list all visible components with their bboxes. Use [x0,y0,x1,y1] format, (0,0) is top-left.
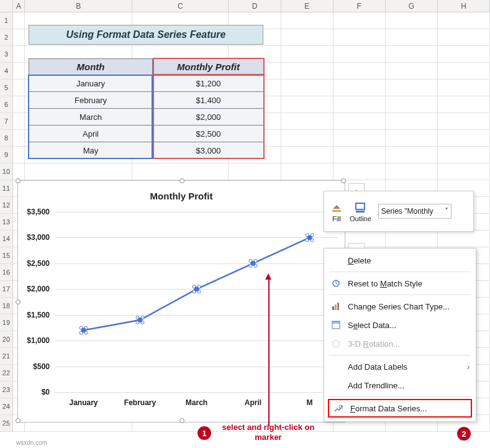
row-6[interactable]: 6 [0,96,13,112]
cell[interactable] [438,96,490,112]
cell[interactable] [438,29,490,45]
ctx-change-type[interactable]: Change Series Chart Type... [324,297,476,316]
chart-handle-s[interactable] [179,418,184,423]
ctx-delete[interactable]: Delete [324,251,476,270]
table-cell-profit[interactable]: $3,000 [153,142,264,159]
cell[interactable] [333,147,386,163]
cell[interactable] [281,12,333,29]
cell[interactable] [333,80,386,96]
cell[interactable] [438,231,490,247]
row-23[interactable]: 23 [0,382,13,398]
cell[interactable] [333,29,386,45]
ctx-reset[interactable]: Reset to Match Style [324,274,476,293]
cell[interactable] [333,63,386,79]
row-24[interactable]: 24 [0,398,13,414]
col-C[interactable]: C [132,0,229,12]
row-20[interactable]: 20 [0,331,13,347]
cell[interactable] [438,163,490,180]
row-1[interactable]: 1 [0,12,13,29]
cell[interactable] [132,163,229,180]
fill-button[interactable]: Fill [328,199,345,224]
cell[interactable] [281,113,333,129]
chart-handle-nw[interactable] [16,178,20,183]
cell[interactable] [281,96,333,112]
cell[interactable] [386,12,438,29]
row-17[interactable]: 17 [0,281,13,297]
cell[interactable] [13,96,25,112]
ctx-add-trendline[interactable]: Add Trendline... [324,376,476,395]
cell[interactable] [438,63,490,79]
table-header-profit[interactable]: Monthly Profit [153,58,264,75]
cell[interactable] [281,163,333,180]
col-H[interactable]: H [438,0,490,12]
row-10[interactable]: 10 [0,163,13,180]
col-B[interactable]: B [25,0,132,12]
cell[interactable] [333,46,386,62]
cell[interactable] [13,80,25,96]
row-13[interactable]: 13 [0,214,13,230]
table-cell-month[interactable]: April [29,126,153,142]
cell[interactable] [386,113,438,129]
col-D[interactable]: D [229,0,281,12]
row-12[interactable]: 12 [0,197,13,213]
col-F[interactable]: F [333,0,386,12]
row-21[interactable]: 21 [0,348,13,364]
cell[interactable] [386,130,438,146]
cell[interactable] [281,130,333,146]
row-4[interactable]: 4 [0,63,13,79]
row-15[interactable]: 15 [0,247,13,263]
cell[interactable] [438,46,490,62]
cell[interactable] [386,231,438,247]
cell[interactable] [13,147,25,163]
ctx-select-data[interactable]: Select Data... [324,316,476,334]
cell[interactable] [25,163,132,180]
row-9[interactable]: 9 [0,147,13,163]
row-3[interactable]: 3 [0,46,13,62]
row-5[interactable]: 5 [0,80,13,96]
cell[interactable] [438,80,490,96]
row-14[interactable]: 14 [0,231,13,247]
data-marker[interactable] [251,261,256,266]
cell[interactable] [281,29,333,45]
cell[interactable] [13,12,25,29]
cell[interactable] [438,147,490,163]
cell[interactable] [13,113,25,129]
cell[interactable] [281,80,333,96]
cell[interactable] [386,96,438,112]
row-19[interactable]: 19 [0,314,13,331]
row-18[interactable]: 18 [0,298,13,314]
row-8[interactable]: 8 [0,130,13,146]
cell[interactable] [386,163,438,180]
cell[interactable] [13,63,25,79]
table-cell-month[interactable]: January [29,75,153,92]
cell[interactable] [333,12,386,29]
data-marker[interactable] [194,286,199,291]
row-16[interactable]: 16 [0,264,13,280]
series-selector[interactable]: Series "Monthly ˅ [378,204,451,219]
data-marker[interactable] [307,235,312,240]
line-series[interactable] [55,212,338,392]
cell[interactable] [281,46,333,62]
chart-handle-sw[interactable] [16,418,20,423]
cell[interactable] [333,163,386,180]
table-cell-month[interactable]: February [29,92,153,109]
chart-handle-ne[interactable] [341,178,346,183]
x-axis[interactable]: JanuaryFebruaryMarchAprilM [55,398,338,411]
table-cell-profit[interactable]: $1,400 [153,92,264,109]
row-2[interactable]: 2 [0,29,13,45]
table-cell-profit[interactable]: $2,500 [153,126,264,142]
cell[interactable] [386,46,438,62]
select-all-corner[interactable] [0,0,13,12]
chart-title[interactable]: Monthly Profit [18,191,345,201]
y-axis[interactable]: $0$500$1,000$1,500$2,000$2,500$3,000$3,5… [18,212,52,398]
col-E[interactable]: E [281,0,333,12]
ctx-add-data-labels[interactable]: Add Data Labels › [324,357,476,376]
cell[interactable] [386,80,438,96]
cell[interactable] [281,63,333,79]
ctx-format-data-series[interactable]: Format Data Series... [328,399,472,418]
cell[interactable] [281,147,333,163]
outline-button[interactable]: Outline [348,199,373,224]
table-cell-profit[interactable]: $1,200 [153,75,264,92]
cell[interactable] [13,130,25,146]
col-A[interactable]: A [13,0,25,12]
